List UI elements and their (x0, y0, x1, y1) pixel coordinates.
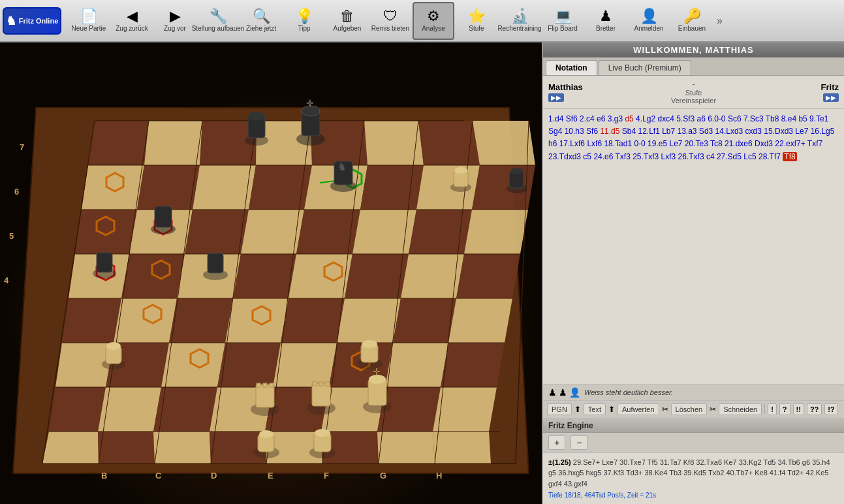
last-move: Tf8 (783, 152, 796, 161)
svg-marker-59 (448, 298, 512, 343)
svg-text:5: 5 (9, 231, 14, 241)
svg-text:H: H (436, 471, 442, 480)
svg-point-145 (106, 342, 121, 350)
right-panel: WILLKOMMEN, MATTHIAS Notation Live Buch … (542, 42, 844, 504)
svg-marker-31 (249, 165, 312, 210)
anmelden-button[interactable]: 👤 Anmelden (628, 2, 670, 40)
svg-marker-33 (360, 165, 424, 210)
annot-double-question[interactable]: ?? (807, 403, 822, 415)
schneiden-button[interactable]: Schneiden (719, 403, 762, 415)
svg-marker-77 (98, 432, 155, 464)
engine-header: Fritz Engine (543, 419, 844, 433)
status-icon-2: ♟ (559, 387, 567, 398)
svg-marker-83 (433, 432, 491, 464)
notbar-icon-3: ✂ (662, 405, 668, 414)
analyse-button[interactable]: ⚙ Analyse (413, 2, 454, 40)
annot-exclaim[interactable]: ! (768, 403, 777, 415)
svg-point-130 (248, 112, 265, 121)
notation-area[interactable]: 1.d4 Sf6 2.c4 e6 3.g3 d5 4.Lg2 dxc4 5.Sf… (543, 109, 844, 384)
stufe-button[interactable]: ⭐ Stufe (456, 2, 497, 40)
flip-board-button[interactable]: 💻 Flip Board (542, 2, 584, 40)
chess-scene: // This SVG doesn't support script in th… (0, 42, 542, 504)
tipp-button[interactable]: 💡 Tipp (283, 2, 325, 40)
svg-marker-64 (273, 343, 337, 387)
anmelden-icon: 👤 (640, 9, 658, 24)
annot-double-exclaim[interactable]: !! (793, 403, 804, 415)
svg-rect-156 (256, 385, 274, 407)
svg-marker-42 (409, 210, 472, 254)
status-icon-3: 👤 (569, 387, 580, 398)
notation-toolbar: PGN ⬆ Text ⬆ Aufwerten ✂ Löschen ✂ Schne… (543, 401, 844, 418)
remis-icon: 🛡 (383, 9, 398, 24)
svg-marker-54 (169, 298, 233, 343)
svg-marker-25 (364, 121, 424, 165)
svg-marker-38 (185, 210, 249, 254)
einbauen-button[interactable]: 🔑 Einbauen (671, 2, 713, 40)
svg-marker-47 (233, 254, 296, 298)
main-area: // This SVG doesn't support script in th… (0, 42, 844, 504)
svg-rect-150 (326, 382, 330, 386)
stufe-icon: ⭐ (468, 9, 486, 24)
zug-zurueck-button[interactable]: ◀ Zug zurück (111, 2, 153, 40)
chess-board-area[interactable]: // This SVG doesn't support script in th… (0, 42, 542, 504)
zug-vor-button[interactable]: ▶ Zug vor (154, 2, 196, 40)
svg-text:4: 4 (4, 276, 9, 285)
remis-button[interactable]: 🛡 Remis bieten (369, 2, 411, 40)
svg-text:✛: ✛ (306, 99, 314, 108)
svg-point-162 (315, 429, 330, 437)
tab-notation[interactable]: Notation (546, 60, 597, 75)
svg-text:C: C (155, 471, 162, 480)
svg-point-171 (510, 168, 524, 174)
zug-vor-icon: ▶ (170, 9, 181, 24)
svg-marker-63 (217, 343, 281, 387)
loeschen-button[interactable]: Löschen (671, 403, 708, 415)
svg-marker-66 (385, 343, 448, 387)
engine-depth-info: Tiefe 18/18, 464Tsd Pos/s, Zeit = 21s (548, 490, 839, 500)
svg-text:7: 7 (20, 142, 24, 152)
rechentraining-button[interactable]: 🔬 Rechentraining (499, 2, 540, 40)
tipp-icon: 💡 (296, 9, 313, 24)
svg-text:✛: ✛ (373, 367, 381, 377)
svg-marker-51 (456, 254, 520, 298)
bretter-button[interactable]: ♟ Bretter (585, 2, 627, 40)
svg-rect-157 (257, 383, 260, 387)
engine-panel: Fritz Engine + − ±(1.25) 29.Se7+ Lxe7 30… (543, 418, 844, 505)
players-separator: - (693, 80, 695, 89)
svg-marker-20 (88, 121, 149, 165)
text-button[interactable]: Text (584, 403, 606, 415)
svg-marker-68 (49, 387, 106, 432)
svg-marker-55 (225, 298, 289, 343)
status-text: Weiss steht deutlich besser. (584, 388, 673, 396)
svg-text:E: E (268, 471, 274, 480)
aufwerten-button[interactable]: Aufwerten (617, 403, 659, 415)
players-bar: Matthias ▶▶ - Stufe Vereinsspieler Fritz… (543, 76, 844, 109)
ziehe-icon: 🔍 (253, 9, 270, 24)
svg-marker-45 (121, 254, 185, 298)
svg-marker-21 (144, 121, 202, 165)
app-logo[interactable]: ♞ Fritz Online (3, 7, 61, 35)
notbar-sep (764, 404, 765, 415)
tab-live-buch[interactable]: Live Buch (Premium) (599, 60, 691, 75)
svg-text:♞: ♞ (337, 161, 347, 172)
annot-exclaim-question[interactable]: !? (824, 403, 837, 415)
svg-rect-159 (270, 383, 274, 387)
notbar-icon-1: ⬆ (574, 405, 581, 414)
svg-rect-139 (208, 253, 223, 273)
annot-question[interactable]: ? (779, 403, 790, 415)
neue-partie-button[interactable]: 📄 Neue Partie (68, 2, 110, 40)
neue-partie-icon: 📄 (80, 9, 98, 24)
svg-marker-43 (464, 210, 528, 254)
toolbar-more[interactable]: » (714, 15, 725, 27)
aufgeben-button[interactable]: 🗑 Aufgeben (326, 2, 368, 40)
engine-line: 29.Se7+ Lxe7 30.Txe7 Tf5 31.Ta7 Kf8 32.T… (548, 458, 830, 488)
pgn-button[interactable]: PGN (547, 403, 572, 415)
svg-marker-82 (377, 432, 435, 464)
stellung-aufbauen-button[interactable]: 🔧 Stellung aufbauen (197, 2, 239, 40)
svg-rect-149 (319, 382, 323, 386)
welcome-text: WILLKOMMEN, MATTHIAS (633, 45, 753, 55)
svg-point-142 (362, 340, 377, 348)
svg-marker-30 (193, 165, 256, 210)
engine-plus-button[interactable]: + (548, 435, 565, 450)
engine-minus-button[interactable]: − (570, 435, 587, 450)
ziehe-jetzt-button[interactable]: 🔍 Ziehe jetzt (240, 2, 282, 40)
